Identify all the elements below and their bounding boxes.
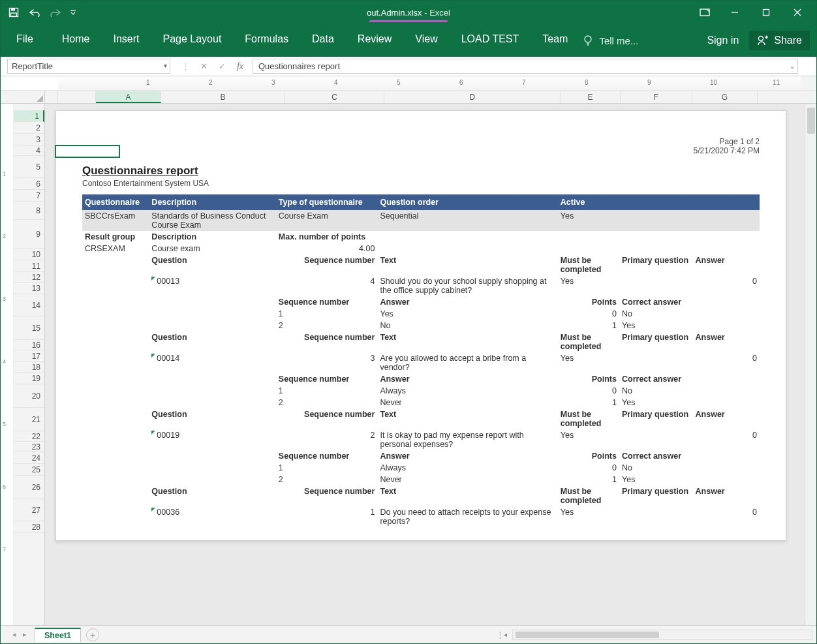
svg-rect-6	[763, 10, 769, 16]
row-header-25[interactable]: 25	[14, 464, 44, 476]
row-header-13[interactable]: 13	[14, 283, 44, 294]
vertical-ruler: 1234567	[1, 104, 14, 625]
row-header-15[interactable]: 15	[14, 316, 44, 340]
tab-view[interactable]: View	[406, 29, 446, 52]
tab-review[interactable]: Review	[348, 29, 401, 52]
page-timestamp: 5/21/2020 7:42 PM	[82, 146, 760, 155]
column-header-B[interactable]: B	[161, 91, 285, 103]
row-header-9[interactable]: 9	[14, 220, 44, 249]
share-button[interactable]: Share	[749, 31, 810, 50]
enter-formula-icon[interactable]: ✓	[213, 59, 230, 74]
svg-rect-1	[11, 8, 15, 11]
tab-page-layout[interactable]: Page Layout	[153, 29, 230, 52]
sheet-canvas[interactable]: Page 1 of 2 5/21/2020 7:42 PM Questionna…	[45, 104, 816, 625]
row-header-19[interactable]: 19	[14, 373, 44, 384]
row-header-10[interactable]: 10	[14, 249, 44, 260]
row-header-3[interactable]: 3	[14, 134, 44, 146]
row-header-20[interactable]: 20	[14, 384, 44, 408]
window-controls	[694, 1, 812, 24]
row-header-21[interactable]: 21	[14, 408, 44, 431]
tab-formulas[interactable]: Formulas	[236, 29, 298, 52]
report-title: Questionnaires report	[82, 164, 760, 177]
new-sheet-button[interactable]: ＋	[86, 628, 99, 641]
worksheet-grid[interactable]: 1234567 12345678910111213141516171819202…	[1, 104, 816, 625]
svg-rect-2	[11, 13, 17, 16]
row-header-11[interactable]: 11	[14, 260, 44, 272]
app-name: Excel	[429, 8, 450, 18]
row-header-28[interactable]: 28	[14, 521, 44, 533]
file-name: out.Admin.xlsx	[367, 8, 422, 18]
qat-customize-icon[interactable]	[67, 3, 79, 22]
sheet-tab-sheet1[interactable]: Sheet1	[35, 628, 81, 642]
select-all-corner[interactable]	[1, 91, 45, 103]
row-header-4[interactable]: 4	[14, 146, 44, 156]
ribbon-display-options-icon[interactable]	[694, 3, 716, 22]
title-accent	[369, 20, 448, 22]
row-header-22[interactable]: 22	[14, 431, 44, 442]
tab-file[interactable]: File	[12, 29, 48, 52]
row-header-7[interactable]: 7	[14, 190, 44, 202]
column-headers: ABCDEFG	[1, 91, 816, 104]
tab-data[interactable]: Data	[303, 29, 343, 52]
tab-insert[interactable]: Insert	[104, 29, 148, 52]
report-subtitle: Contoso Entertainment System USA	[82, 179, 760, 188]
fx-icon[interactable]: fx	[232, 61, 249, 72]
lightbulb-icon	[582, 35, 594, 46]
column-header-F[interactable]: F	[621, 91, 692, 103]
row-headers: 1234567891011121314151617181920212223242…	[14, 104, 45, 625]
row-header-27[interactable]: 27	[14, 499, 44, 521]
tab-bar-grip-icon[interactable]: ⋮	[489, 630, 512, 639]
row-header-2[interactable]: 2	[14, 122, 44, 134]
page-layout-page: Page 1 of 2 5/21/2020 7:42 PM Questionna…	[55, 110, 786, 541]
sheet-tab-bar: ◂▸ Sheet1 ＋ ⋮ ◂ ▸	[1, 625, 816, 643]
minimize-button[interactable]	[720, 1, 750, 24]
close-button[interactable]	[782, 1, 812, 24]
report-table: QuestionnaireDescriptionType of question…	[82, 194, 760, 527]
row-header-5[interactable]: 5	[14, 156, 44, 178]
sign-in-link[interactable]: Sign in	[707, 35, 739, 46]
chevron-down-icon[interactable]: ▾	[164, 62, 167, 69]
row-header-12[interactable]: 12	[14, 272, 44, 283]
horizontal-scrollbar[interactable]: ◂ ▸	[512, 630, 812, 640]
formula-value: Questionnaires report	[258, 61, 340, 71]
row-header-24[interactable]: 24	[14, 452, 44, 464]
vertical-scrollbar[interactable]	[805, 104, 816, 625]
column-header-G[interactable]: G	[692, 91, 758, 103]
excel-window: out.Admin.xlsx - Excel File Home Insert …	[0, 0, 817, 644]
row-header-18[interactable]: 18	[14, 362, 44, 373]
save-icon[interactable]	[5, 3, 23, 22]
row-header-1[interactable]: 1	[14, 110, 44, 122]
row-header-14[interactable]: 14	[14, 294, 44, 316]
sheet-nav[interactable]: ◂▸	[5, 630, 35, 639]
redo-icon[interactable]	[46, 3, 65, 22]
column-header-E[interactable]: E	[561, 91, 621, 103]
page-indicator: Page 1 of 2	[82, 137, 760, 146]
tell-me-search[interactable]: Tell me...	[582, 35, 638, 46]
quick-access-toolbar	[5, 3, 79, 22]
tab-load-test[interactable]: LOAD TEST	[452, 29, 529, 52]
undo-icon[interactable]	[25, 3, 44, 22]
row-header-26[interactable]: 26	[14, 476, 44, 499]
name-box[interactable]: ReportTitle ▾	[7, 59, 170, 74]
column-header-D[interactable]: D	[384, 91, 561, 103]
cancel-formula-icon[interactable]: ✕	[195, 59, 212, 74]
title-bar: out.Admin.xlsx - Excel	[1, 1, 816, 24]
maximize-button[interactable]	[751, 1, 781, 24]
row-header-23[interactable]: 23	[14, 442, 44, 452]
horizontal-ruler: 1234567891011	[1, 76, 816, 91]
column-header-C[interactable]: C	[285, 91, 384, 103]
name-box-value: ReportTitle	[12, 61, 53, 71]
column-header-A[interactable]: A	[96, 91, 161, 103]
row-header-8[interactable]: 8	[14, 202, 44, 220]
row-header-17[interactable]: 17	[14, 350, 44, 362]
svg-point-9	[585, 36, 591, 42]
row-header-6[interactable]: 6	[14, 178, 44, 190]
tell-me-label: Tell me...	[599, 35, 638, 46]
tab-home[interactable]: Home	[53, 29, 99, 52]
expand-formula-bar-icon[interactable]: ⌄	[790, 63, 795, 70]
tab-team[interactable]: Team	[533, 29, 577, 52]
formula-input[interactable]: Questionnaires report ⌄	[253, 59, 798, 74]
svg-point-12	[759, 37, 763, 41]
share-label: Share	[774, 35, 802, 46]
row-header-16[interactable]: 16	[14, 340, 44, 350]
